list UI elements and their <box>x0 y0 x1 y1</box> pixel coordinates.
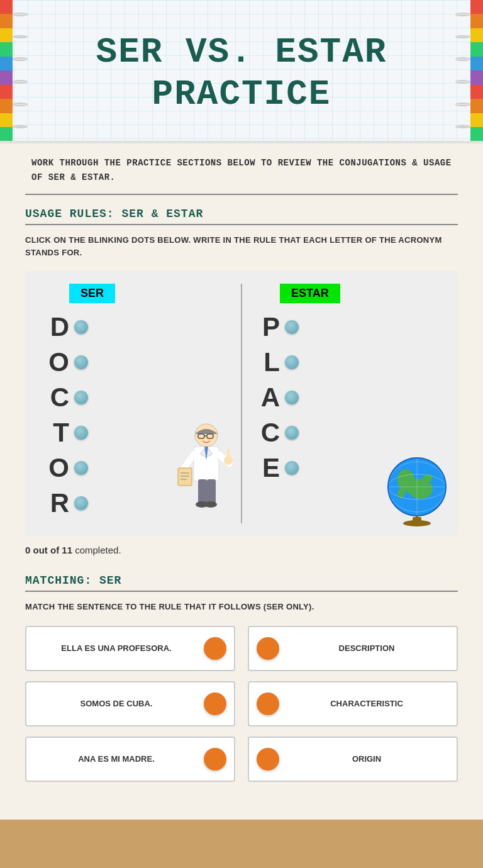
sentence-3-dot[interactable] <box>204 748 226 771</box>
progress-text: 0 out of 11 completed. <box>25 545 458 555</box>
doctor-illustration <box>172 423 241 511</box>
estar-letter-C: C <box>248 418 445 448</box>
globe-illustration <box>382 454 445 517</box>
rule-3-dot[interactable] <box>257 748 279 771</box>
estar-letter-A: A <box>248 382 445 413</box>
acronym-area: SER D O C T O <box>25 271 458 536</box>
sentence-card-3: ANA ES MI MADRE. <box>25 737 235 782</box>
ser-label: SER <box>38 284 235 312</box>
usage-section-title: USAGE RULES: SER & ESTAR <box>25 208 458 225</box>
page-title: SER VS. ESTAR PRACTICE <box>13 31 470 116</box>
rule-2-text: CHARACTERISTIC <box>284 699 449 708</box>
matching-section: MATCHING: SER MATCH THE SENTENCE TO THE … <box>25 574 458 782</box>
ser-letter-D: D <box>38 312 235 342</box>
rule-card-3: ORIGIN <box>248 737 458 782</box>
rule-card-1: DESCRIPTION <box>248 626 458 671</box>
estar-P-dot[interactable] <box>285 320 299 334</box>
acronym-divider <box>241 284 242 523</box>
svg-rect-14 <box>207 479 216 504</box>
matching-grid: ELLA ES UNA PROFESORA. SOMOS DE CUBA. AN… <box>25 626 458 782</box>
ser-C-dot[interactable] <box>74 391 88 404</box>
usage-rules-section: USAGE RULES: SER & ESTAR CLICK ON THE BL… <box>25 208 458 555</box>
rule-1-text: DESCRIPTION <box>284 643 449 653</box>
sentence-3-text: ANA ES MI MADRE. <box>34 754 199 764</box>
estar-letter-L: L <box>248 347 445 377</box>
estar-E-dot[interactable] <box>285 461 299 475</box>
sentence-2-text: SOMOS DE CUBA. <box>34 699 199 708</box>
rule-card-2: CHARACTERISTIC <box>248 681 458 726</box>
svg-line-5 <box>183 454 194 470</box>
matching-section-title: MATCHING: SER <box>25 574 458 592</box>
intro-box: WORK THROUGH THE PRACTICE SECTIONS BELOW… <box>25 143 458 195</box>
ser-letter-O: O <box>38 347 235 377</box>
sentence-1-dot[interactable] <box>204 637 226 660</box>
rule-2-dot[interactable] <box>257 693 279 715</box>
estar-acronym: ESTAR P L A C E <box>248 284 445 523</box>
ser-D-dot[interactable] <box>74 320 88 334</box>
ser-letter-C: C <box>38 382 235 413</box>
matching-section-desc: MATCH THE SENTENCE TO THE RULE THAT IT F… <box>25 601 458 613</box>
rule-1-dot[interactable] <box>257 637 279 660</box>
rule-3-text: ORIGIN <box>284 754 449 764</box>
ser-T-dot[interactable] <box>74 426 88 440</box>
main-content: WORK THROUGH THE PRACTICE SECTIONS BELOW… <box>0 143 483 819</box>
estar-letter-P: P <box>248 312 445 342</box>
intro-text: WORK THROUGH THE PRACTICE SECTIONS BELOW… <box>31 156 452 184</box>
usage-section-desc: CLICK ON THE BLINKING DOTS BELOW. WRITE … <box>25 234 458 259</box>
estar-label: ESTAR <box>248 284 445 312</box>
sentence-card-1: ELLA ES UNA PROFESORA. <box>25 626 235 671</box>
header-section: SER VS. ESTAR PRACTICE <box>0 0 483 143</box>
svg-point-18 <box>403 520 431 526</box>
sentence-card-2: SOMOS DE CUBA. <box>25 681 235 726</box>
estar-L-dot[interactable] <box>285 355 299 369</box>
ser-R-dot[interactable] <box>74 496 88 510</box>
svg-point-7 <box>224 456 233 465</box>
color-strip-left <box>0 0 13 141</box>
svg-rect-13 <box>198 479 207 504</box>
sentence-1-text: ELLA ES UNA PROFESORA. <box>34 643 199 653</box>
ser-acronym: SER D O C T O <box>38 284 235 523</box>
svg-point-16 <box>204 501 217 508</box>
sentence-2-dot[interactable] <box>204 693 226 715</box>
ser-O2-dot[interactable] <box>74 461 88 475</box>
estar-A-dot[interactable] <box>285 391 299 404</box>
ser-O-dot[interactable] <box>74 355 88 369</box>
color-strip-right <box>470 0 483 141</box>
estar-C-dot[interactable] <box>285 426 299 440</box>
svg-rect-9 <box>178 468 192 486</box>
rules-column: DESCRIPTION CHARACTERISTIC ORIGIN <box>248 626 458 782</box>
sentences-column: ELLA ES UNA PROFESORA. SOMOS DE CUBA. AN… <box>25 626 235 782</box>
